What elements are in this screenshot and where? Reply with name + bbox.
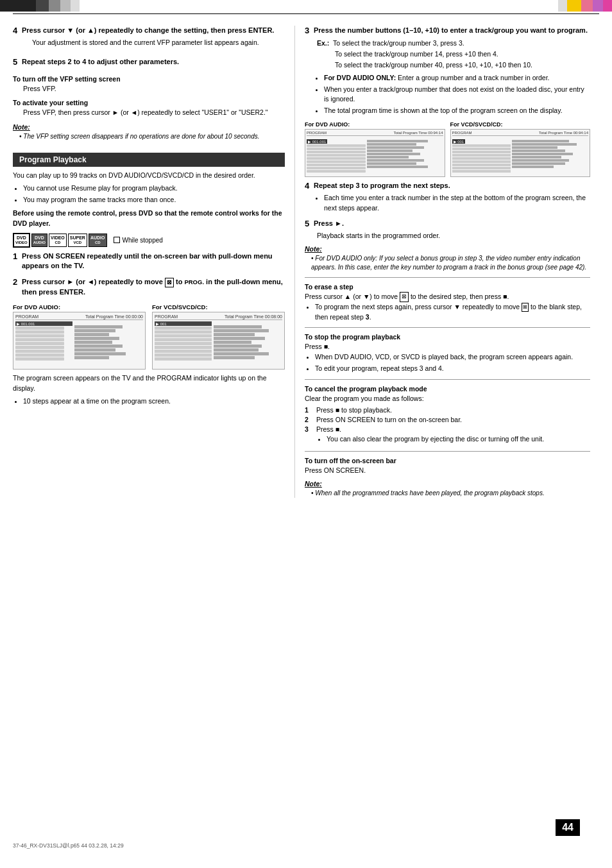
pp-step-1-heading: Press ON SCREEN repeatedly until the on-… [22, 251, 285, 271]
to-turn-off-onscreen-heading: To turn off the on-screen bar [305, 457, 590, 464]
to-cancel-playback: To cancel the program playback mode Clea… [305, 385, 590, 447]
pp-intro: You can play up to 99 tracks on DVD AUDI… [13, 171, 285, 181]
small-dvd-header: PROGRAM Total Program Time 00:94:14 [307, 131, 443, 136]
step-5-content: Repeat steps 2 to 4 to adjust other para… [22, 57, 285, 69]
cancel-step-1-num: 1 [305, 406, 314, 414]
cancel-step-1-row: 1 Press ■ to stop playback. [305, 406, 590, 414]
step-4-body: Your adjustment is stored and the curren… [32, 38, 285, 48]
pp-step-2-content: Press cursor ► (or ◄) repeatedly to move… [22, 277, 285, 300]
small-vcd-label: For VCD/SVCD/CD: [450, 121, 591, 128]
content-area: 4 Press cursor ▼ (or ▲) repeatedly to ch… [0, 19, 612, 504]
to-erase-bullet-1: To program the next steps again, press c… [315, 302, 590, 323]
r-step-3-content: Press the number buttons (1–10, +10) to … [314, 26, 590, 117]
to-stop-bullets: When DVD AUDIO, VCD, or SVCD is played b… [315, 352, 590, 374]
disc-icons-row: DVD VIDEO DVD AUDIO VIDEO CD SUPER VCD A… [13, 233, 285, 248]
note-label: Note: [13, 123, 285, 131]
header-right-bars [306, 0, 612, 12]
step-4-number: 4 [13, 26, 22, 53]
small-vcd-time: Total Program Time 00:94:14 [539, 131, 588, 135]
to-turn-off-onscreen: To turn off the on-screen bar Press ON S… [305, 457, 590, 476]
to-stop-bullet-1: When DVD AUDIO, VCD, or SVCD is played b… [315, 352, 590, 362]
small-dvd-label: For DVD AUDIO: [305, 121, 445, 128]
dvd-screen-title: ▶ 001.001 [15, 321, 72, 326]
step3-bullet-1: For DVD AUDIO ONLY: Enter a group number… [324, 73, 590, 83]
to-stop-body: Press ■. [305, 342, 590, 352]
to-activate-setting: To activate your setting Press VFP, then… [13, 99, 285, 118]
r-step-3-number: 3 [305, 26, 314, 117]
vcd-screen-container: For VCD/SVCD/CD: PROGRAM Total Program T… [152, 303, 285, 370]
dvd-screen-col2 [74, 321, 143, 361]
small-screens-row: For DVD AUDIO: PROGRAM Total Program Tim… [305, 121, 590, 177]
super-vcd-icon: SUPER VCD [68, 234, 87, 247]
bar-5 [60, 0, 71, 12]
r-step-4-bullets: Each time you enter a track number in th… [324, 193, 590, 214]
r-step-4-bullet-1: Each time you enter a track number in th… [324, 193, 590, 214]
right-column: 3 Press the number buttons (1–10, +10) t… [295, 26, 590, 498]
pp-step-1-content: Press ON SCREEN repeatedly until the on-… [22, 251, 285, 274]
cancel-step-2-row: 2 Press ON SCREEN to turn on the on-scre… [305, 416, 590, 423]
r-step-5-row: 5 Press ►. Playback starts in the progra… [305, 219, 590, 241]
while-stopped-label: While stopped [114, 237, 163, 244]
bar-magenta [603, 0, 612, 12]
screens-row: For DVD AUDIO: PROGRAM Total Program Tim… [13, 303, 285, 370]
note-body: • The VFP setting screen disappears if n… [19, 132, 285, 141]
to-activate-body: Press VFP, then press cursor ► (or ◄) re… [23, 108, 285, 118]
r-note-2-label: Note: [305, 480, 590, 488]
divider-3 [305, 379, 590, 380]
r-step-4-heading: Repeat step 3 to program the next steps. [314, 181, 590, 191]
to-erase-body: Press cursor ▲ (or ▼) to move ⊠ to the d… [305, 292, 590, 302]
checkbox-icon [114, 237, 120, 243]
dvd-screen-header: PROGRAM Total Program Time 00:00:00 [15, 314, 143, 320]
cancel-step-3-num: 3 [305, 425, 314, 446]
to-cancel-body: Clear the program you made as follows: [305, 394, 590, 404]
step-4-heading: Press cursor ▼ (or ▲) repeatedly to chan… [22, 26, 285, 35]
vcd-screen-col2 [214, 321, 282, 361]
r-step-5-heading: Press ►. [314, 219, 590, 228]
left-column: 4 Press cursor ▼ (or ▲) repeatedly to ch… [13, 26, 295, 498]
program-playback-title: Program Playback [13, 153, 285, 167]
pp-step-1-number: 1 [13, 251, 22, 274]
bar-6 [71, 0, 80, 12]
divider-1 [305, 277, 590, 278]
small-dvd-col2 [367, 137, 443, 173]
ex-line-1: To select the track/group number 3, pres… [333, 39, 464, 47]
step-5-heading: Repeat steps 2 to 4 to adjust other para… [22, 57, 285, 67]
r-note-2: Note: • When all the programmed tracks h… [305, 480, 590, 498]
dvd-audio-icon: DVD AUDIO [31, 234, 47, 247]
bar-2 [18, 0, 36, 12]
r-note-2-body: • When all the programmed tracks have be… [311, 489, 590, 498]
cancel-step-3-row: 3 Press ■. You can also clear the progra… [305, 425, 590, 446]
r-step-3-row: 3 Press the number buttons (1–10, +10) t… [305, 26, 590, 117]
vcd-screen-col1: ▶ 001 [155, 321, 212, 361]
page: 4 Press cursor ▼ (or ▲) repeatedly to ch… [0, 0, 612, 868]
to-turn-off-body: Press VFP. [23, 84, 285, 94]
r-note-body: • For DVD AUDIO only: If you select a bo… [311, 254, 590, 272]
vcd-screen-label: For VCD/SVCD/CD: [152, 303, 285, 311]
small-vcd-header: PROGRAM Total Program Time 00:94:14 [452, 131, 589, 136]
dvd-audio-only: For DVD AUDIO ONLY: [324, 74, 396, 81]
footer: 37-46_RX-DV31SLJ@l.p65 44 03.2.28, 14:29… [13, 840, 599, 849]
to-erase-bullets: To program the next steps again, press c… [315, 302, 590, 323]
dvd-screen-label: For DVD AUDIO: [13, 303, 146, 311]
erase-icon-inline: ⊠ [522, 303, 529, 312]
small-vcd-col2 [512, 137, 588, 173]
cancel-step-3-bullets: You can also clear the program by ejecti… [327, 434, 544, 445]
r-note: Note: • For DVD AUDIO only: If you selec… [305, 245, 590, 272]
small-vcd-wrap: For VCD/SVCD/CD: PROGRAM Total Program T… [450, 121, 591, 177]
prog-label: PROGRAM [15, 314, 38, 319]
pp-step-2-number: 2 [13, 277, 22, 300]
small-vcd-title: ▶ 001 [452, 139, 466, 144]
cancel-step-2-num: 2 [305, 416, 314, 423]
bar-yellow [567, 0, 581, 12]
step3-bullet-3: The total program time is shown at the t… [324, 106, 590, 116]
to-erase-step: To erase a step Press cursor ▲ (or ▼) to… [305, 283, 590, 322]
bar-pink [581, 0, 593, 12]
step2-bullets: 10 steps appear at a time on the program… [23, 396, 285, 407]
small-dvd-time: Total Program Time 00:94:14 [393, 131, 443, 135]
to-erase-heading: To erase a step [305, 283, 590, 291]
vcd-prog-time: Total Program Time 00:08:00 [225, 314, 282, 319]
cancel-step-1-text: Press ■ to stop playback. [316, 406, 392, 414]
divider-4 [305, 451, 590, 452]
vcd-screen-header: PROGRAM Total Program Time 00:08:00 [155, 314, 282, 320]
dvd-screen-container: For DVD AUDIO: PROGRAM Total Program Tim… [13, 303, 146, 370]
